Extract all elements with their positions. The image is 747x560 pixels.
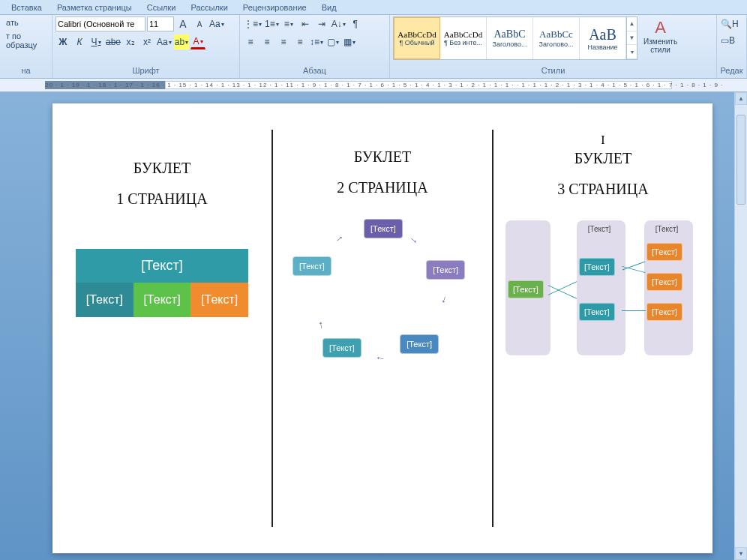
cycle-node-5[interactable]: [Текст] [292, 256, 332, 276]
superscript-button[interactable]: x² [140, 34, 154, 49]
horizontal-ruler[interactable]: 20 · 1 · 19 · 1 · 18 · 1 · 17 · 1 · 16 ·… [0, 79, 747, 92]
select-button[interactable]: ▭В [720, 33, 736, 48]
tab-mailings[interactable]: Рассылки [183, 1, 235, 14]
indent-dec-button[interactable]: ⇤ [298, 16, 313, 31]
align-left-button[interactable]: ≡ [243, 34, 258, 49]
numbering-button[interactable]: 1≡ [264, 16, 280, 31]
multilevel-button[interactable]: ≡ [281, 16, 296, 31]
show-marks-button[interactable]: ¶ [348, 16, 363, 31]
align-right-button[interactable]: ≡ [276, 34, 291, 49]
underline-button[interactable]: Ч [88, 34, 104, 49]
sa3-bg-2 [577, 220, 626, 355]
justify-button[interactable]: ≡ [292, 34, 308, 49]
grow-font-button[interactable]: A [176, 16, 190, 31]
bullets-button[interactable]: ⋮≡ [243, 16, 262, 31]
indent-inc-button[interactable]: ⇥ [314, 16, 329, 31]
arrow-icon: → [437, 293, 452, 307]
shrink-font-button[interactable]: A [192, 16, 207, 31]
styles-group-label: Стили [393, 64, 713, 76]
change-case-button[interactable]: Aa [156, 34, 172, 49]
sa1-cell-3[interactable]: [Текст] [190, 283, 248, 317]
find-button[interactable]: 🔍Н [720, 16, 740, 31]
arrow-icon: → [331, 230, 346, 246]
style-heading1[interactable]: AaBbC Заголово... [487, 17, 533, 59]
tab-references[interactable]: Ссылки [140, 1, 184, 14]
sa1-header[interactable]: [Текст] [76, 249, 248, 283]
sa1-cell-2[interactable]: [Текст] [134, 283, 191, 317]
group-font: A A Aa Ж К Ч abe x₂ x² Aa ab A Шрифт [52, 15, 240, 78]
ribbon: ать т по образцу на A A Aa Ж К Ч abe x₂ … [0, 15, 747, 79]
editing-group-label: Редак [720, 64, 743, 76]
h-root[interactable]: [Текст] [508, 280, 544, 298]
paragraph-group-label: Абзац [243, 64, 386, 76]
group-paragraph: ⋮≡ 1≡ ≡ ⇤ ⇥ A↓ ¶ ≡ ≡ ≡ ≡ ↕≡ ▢ ▦ Абзац [240, 15, 390, 78]
sa1-cell-1[interactable]: [Текст] [76, 283, 134, 317]
smartart-cycle[interactable]: [Текст] [Текст] [Текст] [Текст] [Текст] … [292, 219, 472, 369]
ribbon-tabs: Вставка Разметка страницы Ссылки Рассылк… [0, 0, 747, 15]
strike-button[interactable]: abe [105, 34, 122, 49]
h-child-1[interactable]: [Текст] [579, 258, 615, 276]
vertical-scrollbar[interactable]: ▲ ▼ [734, 92, 747, 560]
gallery-scroll[interactable]: ▲ ▼ ▾ [626, 17, 637, 59]
panel-1: БУКЛЕТ 1 СТРАНИЦА [Текст] [Текст] [Текст… [52, 103, 272, 553]
p2-title: БУКЛЕТ [273, 148, 492, 166]
cycle-node-3[interactable]: [Текст] [400, 334, 439, 354]
h-child-2[interactable]: [Текст] [579, 303, 615, 321]
scroll-up-icon[interactable]: ▲ [735, 92, 747, 105]
group-editing: 🔍Н ▭В Редак [717, 15, 747, 78]
cycle-node-2[interactable]: [Текст] [426, 260, 465, 280]
page[interactable]: БУКЛЕТ 1 СТРАНИЦА [Текст] [Текст] [Текст… [52, 103, 712, 553]
line-spacing-button[interactable]: ↕≡ [309, 34, 324, 49]
paste-cut-button[interactable]: ать [3, 16, 22, 28]
align-center-button[interactable]: ≡ [260, 34, 274, 49]
p3-title: БУКЛЕТ [494, 150, 712, 167]
sa3-lbl-2: [Текст] [577, 225, 622, 233]
arrow-icon: → [314, 319, 327, 332]
borders-button[interactable]: ▦ [342, 34, 357, 49]
highlight-button[interactable]: ab [174, 34, 189, 49]
tab-view[interactable]: Вид [314, 1, 344, 14]
smartart-table[interactable]: [Текст] [Текст] [Текст] [Текст] [76, 249, 248, 317]
arrow-icon: → [406, 232, 422, 247]
gallery-more-icon[interactable]: ▾ [627, 45, 637, 59]
h-leaf-1[interactable]: [Текст] [646, 243, 682, 261]
p1-subtitle: 1 СТРАНИЦА [52, 190, 272, 208]
panel-3: І БУКЛЕТ 3 СТРАНИЦА [Текст] [Текст] [Тек… [494, 103, 712, 553]
shading-button[interactable]: ▢ [326, 34, 340, 49]
h-leaf-2[interactable]: [Текст] [646, 273, 682, 291]
cycle-node-4[interactable]: [Текст] [322, 338, 362, 358]
cycle-node-1[interactable]: [Текст] [364, 219, 403, 238]
p2-subtitle: 2 СТРАНИЦА [273, 179, 492, 196]
tab-insert[interactable]: Вставка [4, 1, 50, 14]
p3-subtitle: 3 СТРАНИЦА [494, 181, 712, 198]
group-styles: AaBbCcDd ¶ Обычный AaBbCcDd ¶ Без инте..… [390, 15, 717, 78]
h-leaf-3[interactable]: [Текст] [646, 303, 682, 321]
change-styles-button[interactable]: A Изменить стили [639, 16, 682, 55]
p1-title: БУКЛЕТ [52, 160, 272, 177]
p3-top-i: І [494, 133, 712, 147]
tab-page-layout[interactable]: Разметка страницы [50, 1, 140, 14]
bold-button[interactable]: Ж [56, 34, 70, 49]
gallery-down-icon[interactable]: ▼ [627, 31, 637, 46]
style-title[interactable]: AaB Название [580, 17, 626, 59]
font-size-select[interactable] [147, 16, 174, 31]
sa3-lbl-3: [Текст] [644, 225, 689, 233]
panel-2: БУКЛЕТ 2 СТРАНИЦА [Текст] [Текст] [Текст… [273, 103, 492, 553]
tab-review[interactable]: Рецензирование [236, 1, 314, 14]
gallery-up-icon[interactable]: ▲ [627, 17, 637, 31]
styles-gallery[interactable]: AaBbCcDd ¶ Обычный AaBbCcDd ¶ Без инте..… [393, 16, 638, 60]
format-painter-button[interactable]: т по образцу [3, 30, 49, 51]
sort-button[interactable]: A↓ [331, 16, 346, 31]
style-no-spacing[interactable]: AaBbCcDd ¶ Без инте... [440, 17, 487, 59]
clipboard-label: на [3, 64, 49, 76]
font-color-button[interactable]: A [190, 34, 206, 49]
clear-format-button[interactable]: Aa [208, 16, 225, 31]
scroll-down-icon[interactable]: ▼ [735, 547, 747, 560]
scroll-thumb[interactable] [736, 115, 746, 205]
style-normal[interactable]: AaBbCcDd ¶ Обычный [394, 17, 440, 59]
style-heading2[interactable]: AaBbCc Заголово... [533, 17, 580, 59]
smartart-hierarchy[interactable]: [Текст] [Текст] [Текст] [Текст] [Текст] … [506, 220, 700, 370]
subscript-button[interactable]: x₂ [123, 34, 138, 49]
italic-button[interactable]: К [72, 34, 87, 49]
font-name-select[interactable] [56, 16, 146, 31]
